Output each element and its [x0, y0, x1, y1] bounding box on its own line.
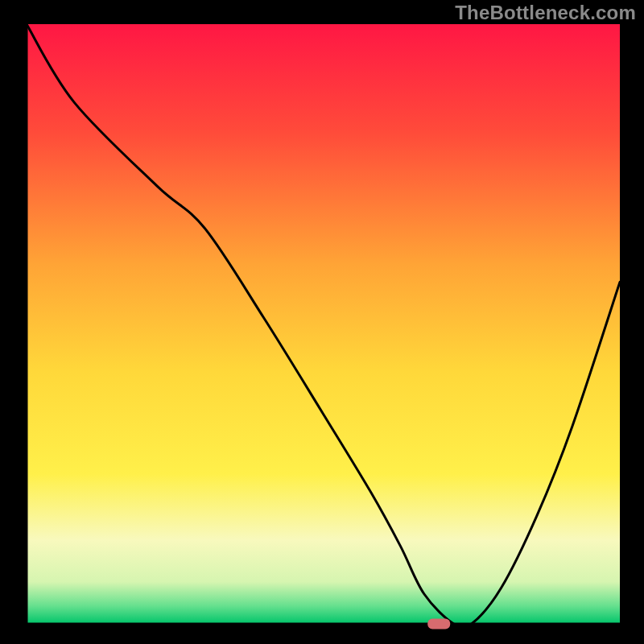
current-point-marker [427, 619, 450, 630]
chart-stage: TheBottleneck.com [0, 0, 644, 644]
gradient-background [27, 24, 620, 624]
bottleneck-chart [0, 0, 644, 644]
